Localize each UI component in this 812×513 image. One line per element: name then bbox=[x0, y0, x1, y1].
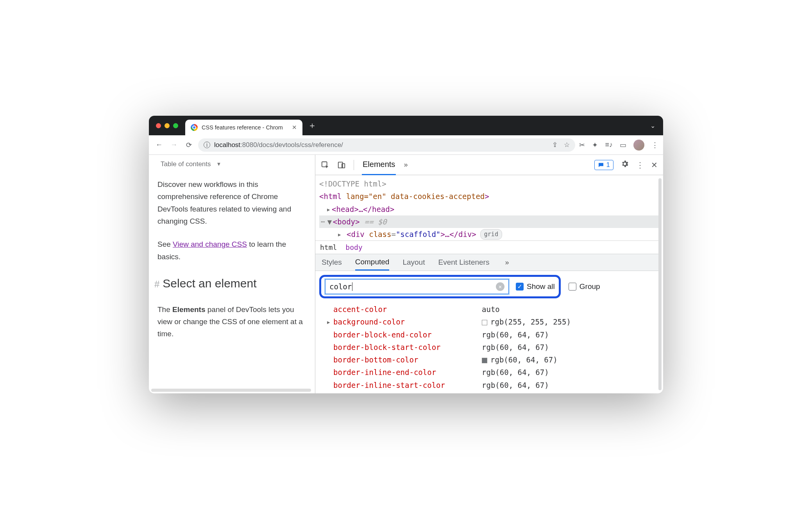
minimize-window-button[interactable] bbox=[165, 123, 170, 128]
settings-icon[interactable] bbox=[621, 160, 629, 170]
view-change-css-link[interactable]: View and change CSS bbox=[173, 240, 247, 248]
filter-input[interactable]: color ✕ bbox=[325, 279, 509, 294]
property-name: border-bottom-color bbox=[333, 353, 482, 366]
tab-strip: CSS features reference - Chrom ✕ ＋ ⌄ bbox=[149, 116, 663, 135]
content-area: Table of contents ▼ Discover new workflo… bbox=[149, 155, 663, 393]
property-value: rgb(60, 64, 67) bbox=[482, 328, 549, 341]
chrome-menu-button[interactable]: ⋮ bbox=[651, 141, 658, 149]
subtab-event-listeners[interactable]: Event Listeners bbox=[438, 254, 489, 270]
tab-elements[interactable]: Elements bbox=[362, 155, 396, 175]
webpage: Table of contents ▼ Discover new workflo… bbox=[149, 155, 315, 393]
issues-count: 1 bbox=[606, 161, 610, 169]
computed-property-row[interactable]: border-block-end-colorrgb(60, 64, 67) bbox=[326, 328, 658, 341]
subtab-layout[interactable]: Layout bbox=[402, 254, 425, 270]
devtools-toolbar: Elements » 1 ⋮ ✕ bbox=[315, 155, 663, 175]
browser-toolbar: ← → ⟳ i localhost:8080/docs/devtools/css… bbox=[149, 135, 663, 155]
computed-property-row[interactable]: border-bottom-colorrgb(60, 64, 67) bbox=[326, 353, 658, 366]
property-value: rgb(60, 64, 67) bbox=[482, 341, 549, 353]
tabs-overflow-button[interactable]: ⌄ bbox=[650, 122, 658, 129]
subtab-computed[interactable]: Computed bbox=[355, 255, 390, 271]
side-panel-icon[interactable]: ▭ bbox=[620, 141, 626, 149]
section-paragraph: The Elements panel of DevTools lets you … bbox=[157, 303, 306, 340]
computed-property-row[interactable]: ▸background-colorrgb(255, 255, 255) bbox=[326, 316, 658, 328]
console-ref: == $0 bbox=[365, 215, 387, 228]
inspect-element-icon[interactable] bbox=[321, 161, 329, 169]
property-value: rgb(60, 64, 67) bbox=[482, 353, 558, 366]
property-name: border-inline-end-color bbox=[333, 366, 482, 378]
color-swatch-icon[interactable] bbox=[482, 320, 487, 325]
back-button[interactable]: ← bbox=[154, 141, 165, 149]
chrome-favicon-icon bbox=[191, 124, 198, 131]
close-window-button[interactable] bbox=[156, 123, 161, 128]
forward-button[interactable]: → bbox=[168, 141, 179, 149]
property-name: border-block-end-color bbox=[333, 328, 482, 341]
grid-badge[interactable]: grid bbox=[480, 229, 502, 240]
property-value: rgb(60, 64, 67) bbox=[482, 379, 549, 391]
browser-tab[interactable]: CSS features reference - Chrom ✕ bbox=[185, 120, 302, 135]
filter-value: color bbox=[329, 282, 352, 291]
reading-list-icon[interactable]: ≡♪ bbox=[605, 141, 613, 149]
share-icon[interactable]: ⇪ bbox=[552, 141, 558, 149]
ellipsis-icon[interactable]: ⋯ bbox=[319, 216, 327, 228]
checkbox-checked-icon: ✓ bbox=[516, 283, 524, 291]
device-toolbar-icon[interactable] bbox=[337, 161, 346, 169]
site-info-icon[interactable]: i bbox=[204, 142, 210, 148]
color-swatch-icon[interactable] bbox=[482, 358, 487, 363]
anchor-hash-icon[interactable]: # bbox=[154, 276, 159, 292]
property-name: accent-color bbox=[333, 303, 482, 316]
zoom-window-button[interactable] bbox=[173, 123, 178, 128]
computed-properties-list[interactable]: accent-colorauto▸background-colorrgb(255… bbox=[315, 302, 658, 393]
bookmark-icon[interactable]: ☆ bbox=[564, 141, 570, 149]
computed-filter-bar: color ✕ ✓ Show all Group bbox=[315, 271, 658, 302]
url-path: :8080/docs/devtools/css/reference/ bbox=[240, 141, 343, 149]
crumb-body[interactable]: body bbox=[345, 243, 362, 251]
devtools-menu-icon[interactable]: ⋮ bbox=[636, 160, 644, 170]
intro-paragraph: Discover new workflows in this comprehen… bbox=[157, 178, 306, 227]
tabs-overflow-icon[interactable]: » bbox=[404, 161, 408, 169]
expand-triangle-icon[interactable]: ▸ bbox=[326, 316, 333, 328]
computed-property-row[interactable]: border-block-start-colorrgb(60, 64, 67) bbox=[326, 341, 658, 353]
see-also-paragraph: See View and change CSS to learn the bas… bbox=[157, 238, 306, 263]
extensions-icon[interactable]: ✦ bbox=[592, 141, 598, 149]
dom-head-node[interactable]: ▸<head>…</head> bbox=[319, 203, 658, 215]
text: The bbox=[157, 305, 172, 314]
new-tab-button[interactable]: ＋ bbox=[302, 120, 322, 131]
property-name: background-color bbox=[333, 316, 482, 328]
subtab-styles[interactable]: Styles bbox=[322, 254, 342, 270]
dom-html-node[interactable]: <html lang="en" data-cookies-accepted> bbox=[319, 190, 658, 203]
checkbox-icon bbox=[569, 283, 576, 291]
window-controls bbox=[154, 116, 185, 135]
url-host: localhost bbox=[214, 141, 240, 149]
browser-window: CSS features reference - Chrom ✕ ＋ ⌄ ← →… bbox=[149, 116, 663, 393]
scissors-icon[interactable]: ✂︎ bbox=[579, 141, 585, 149]
dom-tree[interactable]: <!DOCTYPE html> <html lang="en" data-coo… bbox=[315, 175, 658, 240]
horizontal-scrollbar[interactable] bbox=[151, 389, 311, 392]
property-value: auto bbox=[482, 303, 500, 316]
dom-body-node-selected[interactable]: ⋯ ▼ <body> == $0 bbox=[319, 215, 658, 228]
computed-property-row[interactable]: border-inline-start-colorrgb(60, 64, 67) bbox=[326, 379, 658, 391]
crumb-html[interactable]: html bbox=[320, 243, 337, 251]
subtabs-overflow-icon[interactable]: » bbox=[505, 258, 509, 267]
show-all-label: Show all bbox=[527, 282, 555, 291]
devtools-panel: Elements » 1 ⋮ ✕ bbox=[315, 155, 663, 393]
show-all-checkbox[interactable]: ✓ Show all bbox=[516, 282, 555, 291]
close-devtools-icon[interactable]: ✕ bbox=[651, 160, 658, 170]
computed-property-row[interactable]: accent-colorauto bbox=[326, 303, 658, 316]
dom-div-node[interactable]: ▸ <div class="scaffold">…</div> grid bbox=[319, 228, 658, 240]
close-tab-button[interactable]: ✕ bbox=[292, 124, 297, 131]
computed-property-row[interactable]: border-inline-end-colorrgb(60, 64, 67) bbox=[326, 366, 658, 378]
dom-doctype: <!DOCTYPE html> bbox=[319, 178, 658, 190]
toc-toggle[interactable]: Table of contents ▼ bbox=[161, 159, 306, 170]
profile-avatar[interactable] bbox=[633, 140, 644, 151]
group-checkbox[interactable]: Group bbox=[569, 282, 600, 291]
dom-breadcrumbs: html body bbox=[315, 240, 658, 254]
property-name: border-block-start-color bbox=[333, 341, 482, 353]
issues-badge[interactable]: 1 bbox=[594, 160, 613, 170]
address-bar[interactable]: i localhost:8080/docs/devtools/css/refer… bbox=[198, 138, 575, 152]
chevron-down-icon: ▼ bbox=[216, 160, 222, 168]
highlight-annotation: color ✕ ✓ Show all bbox=[319, 275, 561, 298]
group-label: Group bbox=[579, 282, 600, 291]
vertical-scrollbar[interactable] bbox=[658, 178, 662, 390]
reload-button[interactable]: ⟳ bbox=[183, 141, 194, 149]
clear-filter-icon[interactable]: ✕ bbox=[496, 282, 504, 291]
